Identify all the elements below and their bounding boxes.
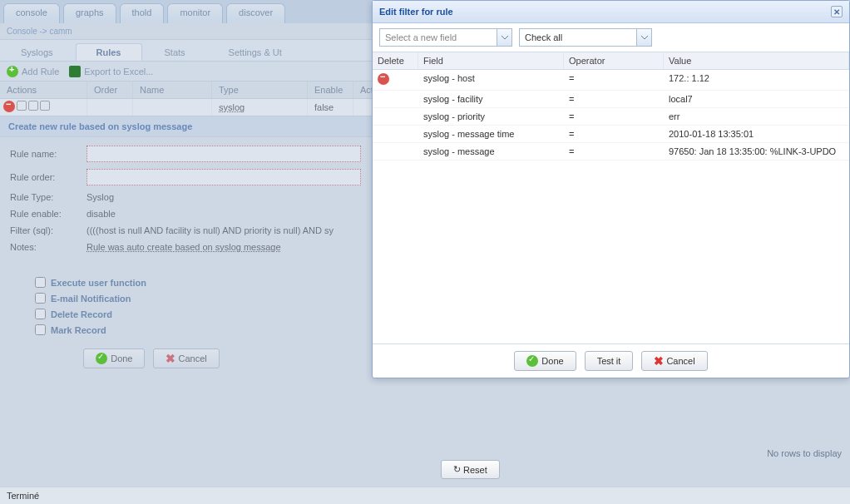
statusbar: Terminé xyxy=(0,487,850,504)
edit-filter-dialog: Edit filter for rule ✕ Select a new fiel… xyxy=(372,0,850,378)
filter-row[interactable]: syslog - host = 172.: 1.12 xyxy=(373,70,849,91)
filter-grid-body: syslog - host = 172.: 1.12 syslog - faci… xyxy=(373,70,849,343)
check-select[interactable]: Check all xyxy=(519,28,652,47)
testit-button[interactable]: Test it xyxy=(585,351,634,371)
chevron-down-icon xyxy=(497,29,511,46)
col-delete: Delete xyxy=(373,52,418,69)
filter-row[interactable]: syslog - message time = 2010-01-18 13:35… xyxy=(373,126,849,143)
col-field: Field xyxy=(418,52,564,69)
reset-icon: ↻ xyxy=(453,464,461,475)
no-rows-text: No rows to display xyxy=(767,448,842,458)
check-icon xyxy=(526,355,538,367)
reset-button[interactable]: ↻ Reset xyxy=(441,460,500,479)
dialog-title: Edit filter for rule xyxy=(379,7,453,17)
filter-grid-header: Delete Field Operator Value xyxy=(373,52,849,70)
col-operator: Operator xyxy=(564,52,664,69)
delete-icon[interactable] xyxy=(3,101,15,112)
x-icon: ✖ xyxy=(654,356,664,366)
filter-row[interactable]: syslog - facility = local7 xyxy=(373,91,849,108)
add-icon xyxy=(7,66,18,77)
excel-icon xyxy=(69,66,81,77)
delete-row-icon[interactable] xyxy=(378,73,389,85)
chevron-down-icon xyxy=(636,29,651,46)
cancel-button[interactable]: ✖ Cancel xyxy=(641,351,707,371)
field-select[interactable]: Select a new field xyxy=(379,28,512,47)
close-icon[interactable]: ✕ xyxy=(831,6,843,17)
filter-row[interactable]: syslog - message = 97650: Jan 18 13:35:0… xyxy=(373,143,849,161)
filter-row[interactable]: syslog - priority = err xyxy=(373,108,849,126)
done-button[interactable]: Done xyxy=(514,351,576,371)
col-value: Value xyxy=(664,52,849,69)
